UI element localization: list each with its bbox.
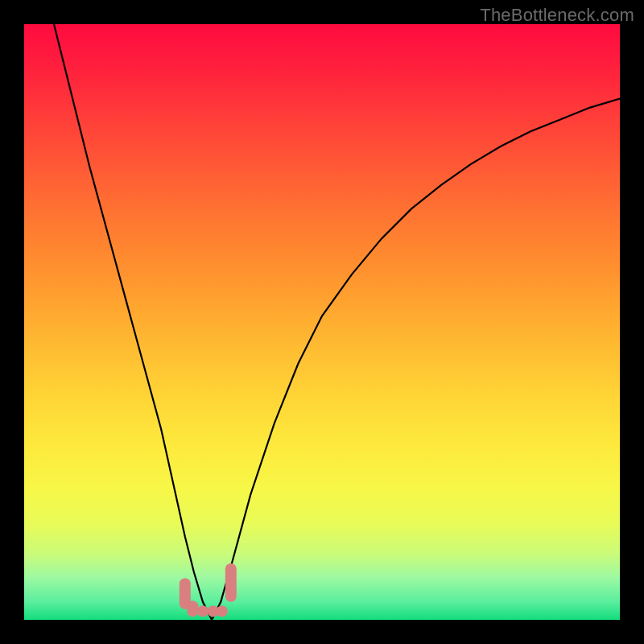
chart-frame: TheBottleneck.com: [0, 0, 644, 644]
pink-marker: [225, 564, 237, 602]
pink-marker: [197, 605, 208, 617]
plot-area: [24, 24, 620, 620]
pink-marker: [217, 605, 228, 617]
pink-marker: [187, 601, 198, 617]
marker-group: [180, 564, 237, 617]
bottleneck-curve: [54, 24, 620, 620]
curve-overlay: [24, 24, 620, 620]
watermark-text: TheBottleneck.com: [480, 5, 634, 26]
